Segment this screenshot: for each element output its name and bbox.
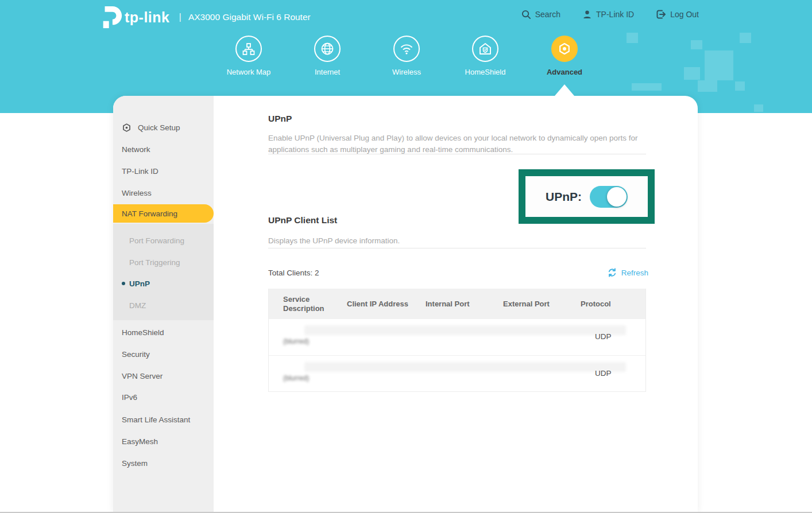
sidebar-subitem-port-triggering[interactable]: Port Triggering: [113, 254, 214, 270]
nav-homeshield-label: HomeShield: [451, 68, 520, 76]
sidebar-subitem-label: Port Forwarding: [129, 236, 184, 245]
sidebar-item-label: Network: [122, 145, 150, 154]
active-bullet-icon: [122, 282, 125, 285]
upnp-section-title: UPnP: [268, 114, 292, 124]
nav-network-map-label: Network Map: [214, 68, 283, 76]
nav-internet-label: Internet: [293, 68, 362, 76]
col-protocol: Protocol: [581, 300, 632, 309]
sidebar-item-system[interactable]: System: [113, 454, 214, 472]
total-clients-label: Total Clients: 2: [268, 269, 319, 277]
panel-notch: [555, 84, 574, 96]
sidebar-item-smart-life-assistant[interactable]: Smart Life Assistant: [113, 411, 214, 428]
tplink-id-button[interactable]: TP-Link ID: [582, 10, 634, 20]
sidebar-subitem-label: Port Triggering: [129, 258, 180, 267]
sidebar-item-network[interactable]: Network: [113, 141, 214, 158]
upnp-section-description: Enable UPnP (Universal Plug and Play) to…: [268, 133, 648, 156]
redacted-service-description: (blurred): [283, 374, 309, 382]
sidebar-item-homeshield[interactable]: HomeShield: [113, 324, 214, 341]
nav-wireless[interactable]: Wireless: [372, 36, 441, 76]
sidebar-subitem-dmz[interactable]: DMZ: [113, 297, 214, 313]
sidebar-item-security[interactable]: Security: [113, 345, 214, 363]
brand-name: tp-link: [125, 9, 170, 26]
col-service-description: Service Description: [269, 295, 347, 313]
nav-advanced-label: Advanced: [530, 68, 599, 76]
nav-advanced[interactable]: Advanced: [530, 36, 599, 76]
section-divider: [268, 154, 646, 154]
sidebar-item-label: IPv6: [122, 393, 137, 402]
sidebar-item-easymesh[interactable]: EasyMesh: [113, 433, 214, 450]
sidebar-item-label: NAT Forwarding: [122, 209, 177, 218]
upnp-page-content: UPnP Enable UPnP (Universal Plug and Pla…: [268, 96, 648, 513]
sidebar-item-ipv6[interactable]: IPv6: [113, 388, 214, 406]
sidebar-item-label: VPN Server: [122, 372, 163, 380]
col-client-ip: Client IP Address: [347, 300, 426, 309]
nav-wireless-label: Wireless: [372, 68, 441, 76]
sidebar-subitem-port-forwarding[interactable]: Port Forwarding: [113, 232, 214, 248]
redacted-row-data: [304, 325, 626, 335]
upnp-toggle-label: UPnP:: [546, 190, 582, 204]
protocol-value: UDP: [595, 369, 612, 378]
upnp-toggle-highlight: UPnP:: [519, 169, 655, 224]
sidebar-item-label: TP-Link ID: [122, 167, 158, 176]
sidebar: Quick Setup Network TP-Link ID Wireless …: [113, 96, 214, 513]
top-actions: Search TP-Link ID Log Out: [521, 9, 699, 20]
protocol-value: UDP: [595, 332, 612, 341]
router-model-title: AX3000 Gigabit Wi-Fi 6 Router: [188, 12, 311, 22]
router-admin-page: tp-link | AX3000 Gigabit Wi-Fi 6 Router …: [0, 0, 812, 513]
sidebar-item-tplink-id[interactable]: TP-Link ID: [113, 162, 214, 180]
person-icon: [582, 10, 592, 20]
deco-square: [754, 104, 763, 112]
sidebar-item-label: EasyMesh: [122, 437, 158, 446]
logout-icon: [656, 9, 666, 20]
sidebar-item-label: Wireless: [122, 189, 152, 197]
toggle-knob: [607, 187, 627, 207]
sidebar-item-vpn-server[interactable]: VPN Server: [113, 367, 214, 384]
logout-label: Log Out: [670, 10, 699, 19]
sidebar-item-label: HomeShield: [122, 328, 164, 337]
upnp-client-table: Service Description Client IP Address In…: [268, 289, 646, 392]
brand-separator: |: [179, 11, 181, 23]
search-icon: [521, 10, 531, 20]
table-row: (blurred) UDP: [269, 355, 645, 391]
col-internal-port: Internal Port: [426, 300, 503, 309]
client-list-description: Displays the UPnP device information.: [268, 235, 400, 247]
section-divider: [268, 248, 646, 248]
tplink-id-label: TP-Link ID: [596, 10, 634, 19]
sidebar-item-wireless[interactable]: Wireless: [113, 184, 214, 201]
refresh-icon: [607, 267, 617, 278]
top-bar: tp-link | AX3000 Gigabit Wi-Fi 6 Router …: [0, 0, 812, 32]
sidebar-item-quick-setup[interactable]: Quick Setup: [113, 119, 214, 136]
sidebar-subitem-label: DMZ: [129, 301, 146, 310]
sidebar-subitem-upnp[interactable]: UPnP: [113, 275, 214, 292]
main-nav: Network Map Internet: [0, 36, 812, 87]
gear-icon: [551, 36, 578, 62]
logout-button[interactable]: Log Out: [656, 9, 699, 20]
nav-homeshield[interactable]: HomeShield: [451, 36, 520, 76]
upnp-toggle-switch[interactable]: [590, 186, 628, 208]
table-row: (blurred) UDP: [269, 319, 645, 355]
sidebar-item-label: Quick Setup: [138, 123, 180, 132]
globe-icon: [314, 36, 341, 62]
home-shield-icon: [472, 36, 498, 62]
refresh-label: Refresh: [621, 269, 648, 277]
wifi-icon: [393, 36, 420, 62]
nav-internet[interactable]: Internet: [293, 36, 362, 76]
network-map-icon: [235, 36, 262, 62]
sidebar-subitem-label: UPnP: [129, 279, 150, 288]
table-header-row: Service Description Client IP Address In…: [269, 289, 645, 319]
client-list-title: UPnP Client List: [268, 215, 337, 226]
sidebar-item-nat-forwarding[interactable]: NAT Forwarding: [113, 204, 214, 223]
search-label: Search: [535, 10, 560, 19]
redacted-service-description: (blurred): [283, 337, 309, 345]
sidebar-item-label: System: [122, 459, 148, 468]
sidebar-item-label: Smart Life Assistant: [122, 415, 190, 424]
brand: tp-link | AX3000 Gigabit Wi-Fi 6 Router: [99, 5, 311, 30]
search-button[interactable]: Search: [521, 10, 560, 20]
sidebar-item-label: Security: [122, 350, 150, 359]
col-external-port: External Port: [503, 300, 581, 309]
refresh-button[interactable]: Refresh: [607, 267, 648, 278]
redacted-row-data: [304, 362, 626, 372]
nav-network-map[interactable]: Network Map: [214, 36, 283, 76]
tp-link-logo-icon: [99, 5, 123, 30]
gear-outline-icon: [122, 123, 132, 133]
